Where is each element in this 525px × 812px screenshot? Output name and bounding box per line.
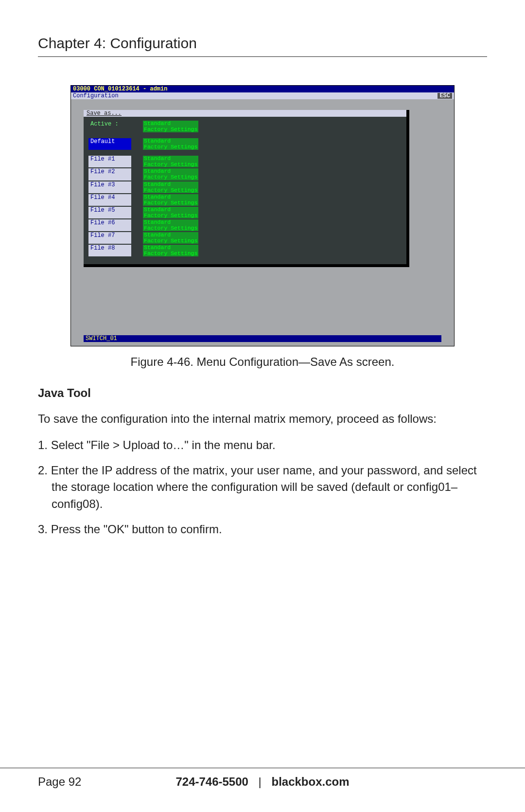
page-footer: Page 92 724-746-5500 | blackbox.com Page… (0, 768, 525, 789)
slot-values: StandardFactory Settings (143, 207, 198, 218)
footer-separator: | (259, 775, 262, 788)
terminal-body: Save as... Active : Standard Factory Set… (71, 99, 454, 346)
slot-values: StandardFactory Settings (143, 156, 198, 167)
slot-values: StandardFactory Settings (143, 138, 198, 150)
java-tool-heading: Java Tool (38, 386, 487, 400)
slot-row: File #8StandardFactory Settings (88, 245, 402, 256)
slot-button[interactable]: File #5 (88, 207, 131, 218)
slot-active-row: Active : Standard Factory Settings (88, 121, 402, 132)
slot-row: File #2StandardFactory Settings (88, 168, 402, 180)
slot-values: StandardFactory Settings (143, 181, 198, 193)
slot-button[interactable]: File #2 (88, 168, 131, 180)
slot-button-selected[interactable]: Default (88, 138, 131, 150)
terminal-statusbar: SWITCH_01 (84, 335, 441, 342)
step-3: Press the "OK" button to confirm. (38, 521, 487, 538)
slot-row: File #1StandardFactory Settings (88, 156, 402, 167)
footer-site: blackbox.com (271, 775, 349, 788)
value-factory: Factory Settings (143, 144, 198, 150)
menu-configuration[interactable]: Configuration (73, 92, 119, 99)
chapter-title: Chapter 4: Configuration (38, 35, 487, 57)
slot-row: File #3StandardFactory Settings (88, 181, 402, 193)
slot-row: File #7StandardFactory Settings (88, 232, 402, 244)
value-standard: Standard (143, 194, 198, 200)
slot-button[interactable]: File #6 (88, 219, 131, 231)
step-1: Select "File > Upload to…" in the menu b… (38, 437, 487, 453)
value-factory: Factory Settings (143, 238, 198, 244)
terminal-menubar: Configuration ESC (71, 92, 454, 99)
value-factory: Factory Settings (143, 162, 198, 167)
intro-paragraph: To save the configuration into the inter… (38, 411, 487, 427)
figure-caption: Figure 4-46. Menu Configuration—Save As … (38, 355, 487, 369)
terminal-window: 03000 CON_010123614 - admin Configuratio… (70, 85, 455, 346)
slot-button[interactable]: File #3 (88, 181, 131, 193)
slot-button[interactable]: File #4 (88, 194, 131, 206)
value-standard: Standard (143, 207, 198, 213)
terminal-titlebar: 03000 CON_010123614 - admin (71, 86, 454, 92)
slot-row: File #6StandardFactory Settings (88, 219, 402, 231)
esc-key-hint[interactable]: ESC (438, 93, 452, 99)
value-factory: Factory Settings (143, 251, 198, 256)
steps-list: Select "File > Upload to…" in the menu b… (38, 437, 487, 537)
value-standard: Standard (143, 181, 198, 187)
footer-phone: 724-746-5500 (175, 775, 248, 788)
slot-row: DefaultStandardFactory Settings (88, 138, 402, 150)
slot-values: StandardFactory Settings (143, 232, 198, 244)
value-factory: Factory Settings (143, 225, 198, 231)
figure-screenshot: 03000 CON_010123614 - admin Configuratio… (70, 85, 455, 346)
active-values: Standard Factory Settings (143, 121, 198, 132)
slot-values: StandardFactory Settings (143, 245, 198, 256)
value-factory: Factory Settings (143, 126, 198, 132)
slot-values: StandardFactory Settings (143, 194, 198, 206)
slot-button[interactable]: File #8 (88, 245, 131, 256)
slot-values: StandardFactory Settings (143, 168, 198, 180)
slot-list: Active : Standard Factory Settings Defau… (84, 117, 406, 256)
slot-button[interactable]: File #7 (88, 232, 131, 244)
value-factory: Factory Settings (143, 200, 198, 206)
slot-values: StandardFactory Settings (143, 219, 198, 231)
active-label: Active : (88, 121, 131, 132)
step-2: Enter the IP address of the matrix, your… (38, 462, 487, 512)
page-number: Page 92 (38, 775, 81, 789)
save-as-panel: Save as... Active : Standard Factory Set… (84, 110, 409, 267)
slot-button[interactable]: File #1 (88, 156, 131, 167)
panel-title: Save as... (84, 110, 406, 117)
value-factory: Factory Settings (143, 174, 198, 180)
value-factory: Factory Settings (143, 187, 198, 193)
value-factory: Factory Settings (143, 213, 198, 218)
slot-row: File #4StandardFactory Settings (88, 194, 402, 206)
slot-row: File #5StandardFactory Settings (88, 207, 402, 218)
